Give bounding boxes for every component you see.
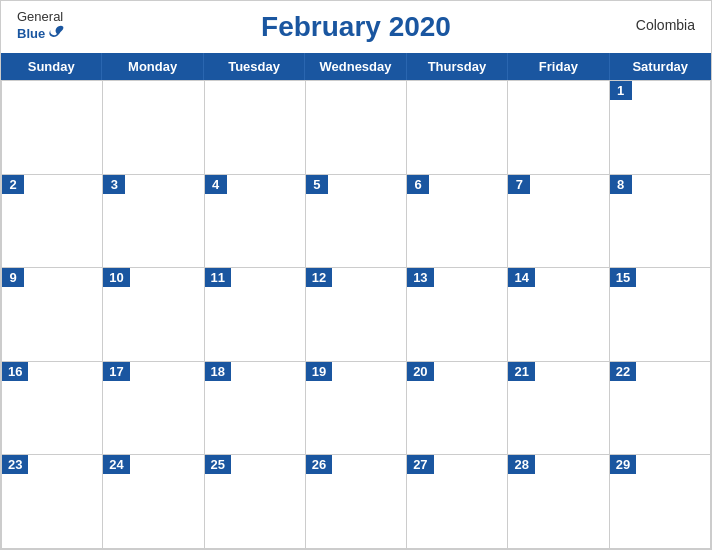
day-sunday: Sunday: [1, 53, 102, 80]
cell-date-number: 9: [2, 268, 24, 287]
calendar-cell: 18: [205, 362, 306, 456]
calendar-cell: 4: [205, 175, 306, 269]
calendar-cell: 20: [407, 362, 508, 456]
cell-date-number: 25: [205, 455, 231, 474]
cell-date-number: 21: [508, 362, 534, 381]
calendar-cell: 27: [407, 455, 508, 549]
day-saturday: Saturday: [610, 53, 711, 80]
cell-date-number: 29: [610, 455, 636, 474]
cell-date-number: 15: [610, 268, 636, 287]
calendar-cell: 10: [103, 268, 204, 362]
calendar-cell: 13: [407, 268, 508, 362]
calendar-cell: 29: [610, 455, 711, 549]
cell-date-number: 20: [407, 362, 433, 381]
calendar-cell: 22: [610, 362, 711, 456]
logo-general: General: [17, 9, 63, 24]
day-thursday: Thursday: [407, 53, 508, 80]
cell-date-number: 10: [103, 268, 129, 287]
calendar-cell: [103, 81, 204, 175]
cell-date-number: 18: [205, 362, 231, 381]
calendar-container: General Blue February 2020 Colombia Sund…: [0, 0, 712, 550]
calendar-cell: [407, 81, 508, 175]
calendar-cell: 26: [306, 455, 407, 549]
cell-date-number: 4: [205, 175, 227, 194]
calendar-cell: 28: [508, 455, 609, 549]
cell-date-number: 27: [407, 455, 433, 474]
calendar-cell: 17: [103, 362, 204, 456]
cell-date-number: 13: [407, 268, 433, 287]
calendar-cell: [205, 81, 306, 175]
country-label: Colombia: [636, 17, 695, 33]
calendar-header: General Blue February 2020 Colombia: [1, 1, 711, 53]
bird-icon: [47, 24, 65, 42]
calendar-cell: [508, 81, 609, 175]
cell-date-number: 2: [2, 175, 24, 194]
calendar-cell: 16: [2, 362, 103, 456]
cell-date-number: 6: [407, 175, 429, 194]
calendar-cell: 3: [103, 175, 204, 269]
cell-date-number: 19: [306, 362, 332, 381]
calendar-cell: 2: [2, 175, 103, 269]
calendar-cell: 1: [610, 81, 711, 175]
days-header: Sunday Monday Tuesday Wednesday Thursday…: [1, 53, 711, 80]
calendar-cell: [2, 81, 103, 175]
logo-blue: Blue: [17, 26, 45, 41]
calendar-cell: 19: [306, 362, 407, 456]
calendar-cell: 25: [205, 455, 306, 549]
calendar-cell: 11: [205, 268, 306, 362]
day-tuesday: Tuesday: [204, 53, 305, 80]
calendar-cell: 12: [306, 268, 407, 362]
calendar-cell: 14: [508, 268, 609, 362]
cell-date-number: 17: [103, 362, 129, 381]
day-wednesday: Wednesday: [305, 53, 406, 80]
calendar-cell: 24: [103, 455, 204, 549]
logo-area: General Blue: [17, 9, 65, 42]
cell-date-number: 7: [508, 175, 530, 194]
calendar-cell: 15: [610, 268, 711, 362]
calendar-cell: 21: [508, 362, 609, 456]
calendar-cell: 23: [2, 455, 103, 549]
cell-date-number: 26: [306, 455, 332, 474]
cell-date-number: 3: [103, 175, 125, 194]
cell-date-number: 16: [2, 362, 28, 381]
cell-date-number: 14: [508, 268, 534, 287]
cell-date-number: 8: [610, 175, 632, 194]
cell-date-number: 28: [508, 455, 534, 474]
calendar-cell: 8: [610, 175, 711, 269]
day-friday: Friday: [508, 53, 609, 80]
cell-date-number: 23: [2, 455, 28, 474]
calendar-title: February 2020: [261, 11, 451, 43]
cell-date-number: 22: [610, 362, 636, 381]
calendar-cell: 9: [2, 268, 103, 362]
day-monday: Monday: [102, 53, 203, 80]
calendar-cell: 6: [407, 175, 508, 269]
calendar-cell: 5: [306, 175, 407, 269]
cell-date-number: 24: [103, 455, 129, 474]
cell-date-number: 1: [610, 81, 632, 100]
cell-date-number: 5: [306, 175, 328, 194]
calendar-grid: 1234567891011121314151617181920212223242…: [1, 80, 711, 549]
calendar-cell: 7: [508, 175, 609, 269]
cell-date-number: 12: [306, 268, 332, 287]
calendar-cell: [306, 81, 407, 175]
cell-date-number: 11: [205, 268, 231, 287]
